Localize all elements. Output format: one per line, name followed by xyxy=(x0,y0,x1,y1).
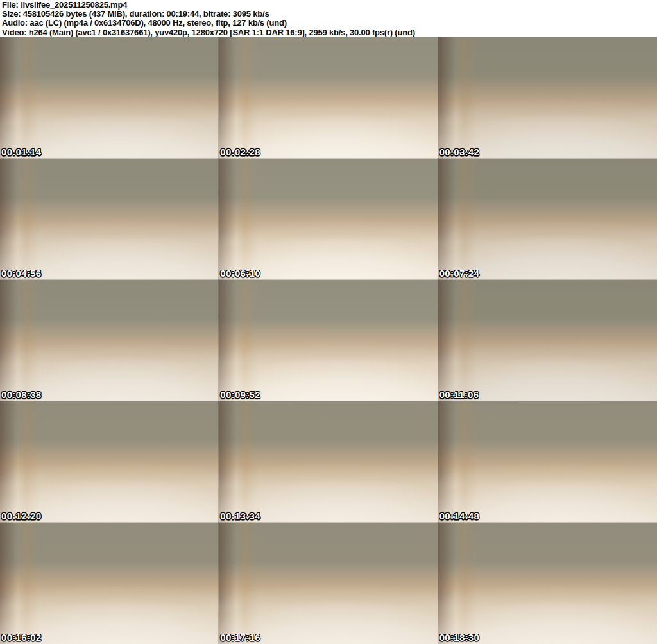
video-frame-placeholder xyxy=(219,523,438,644)
timestamp-overlay: 00:14:48 xyxy=(439,510,479,521)
timestamp-overlay: 00:08:38 xyxy=(1,389,41,400)
video-frame-placeholder xyxy=(0,37,219,159)
video-frame-placeholder xyxy=(0,401,219,523)
video-frame-placeholder xyxy=(219,280,438,401)
timestamp-overlay: 00:07:24 xyxy=(439,268,479,279)
media-info-header: File: livslifee_202511250825.mp4 Size: 4… xyxy=(0,0,657,37)
thumbnail-grid: 00:01:14 00:02:28 00:03:42 00:04:56 00:0… xyxy=(0,37,657,644)
video-frame-placeholder xyxy=(219,401,438,523)
video-thumbnail: 00:03:42 xyxy=(438,37,657,159)
video-frame-placeholder xyxy=(438,401,657,523)
video-frame-placeholder xyxy=(438,280,657,401)
timestamp-overlay: 00:16:02 xyxy=(1,632,41,643)
video-info-line: Video: h264 (Main) (avc1 / 0x31637661), … xyxy=(2,28,657,37)
video-thumbnail: 00:02:28 xyxy=(219,37,438,159)
video-thumbnail: 00:07:24 xyxy=(438,159,657,280)
video-thumbnail: 00:16:02 xyxy=(0,523,219,644)
timestamp-overlay: 00:13:34 xyxy=(220,510,260,521)
timestamp-overlay: 00:09:52 xyxy=(220,389,260,400)
timestamp-overlay: 00:12:20 xyxy=(1,510,41,521)
video-thumbnail: 00:08:38 xyxy=(0,280,219,401)
video-thumbnail: 00:06:10 xyxy=(219,159,438,280)
video-thumbnail: 00:11:06 xyxy=(438,280,657,401)
video-thumbnail: 00:17:16 xyxy=(219,523,438,644)
timestamp-overlay: 00:17:16 xyxy=(220,632,260,643)
file-size-line: Size: 458105426 bytes (437 MiB), duratio… xyxy=(2,10,657,19)
timestamp-overlay: 00:02:28 xyxy=(220,146,260,157)
video-thumbnail: 00:01:14 xyxy=(0,37,219,159)
timestamp-overlay: 00:06:10 xyxy=(220,268,260,279)
file-name-line: File: livslifee_202511250825.mp4 xyxy=(2,1,657,10)
video-thumbnail: 00:13:34 xyxy=(219,401,438,523)
video-thumbnail: 00:09:52 xyxy=(219,280,438,401)
video-thumbnail: 00:04:56 xyxy=(0,159,219,280)
timestamp-overlay: 00:18:30 xyxy=(439,632,479,643)
video-frame-placeholder xyxy=(219,159,438,280)
video-frame-placeholder xyxy=(219,37,438,159)
video-thumbnail: 00:18:30 xyxy=(438,523,657,644)
timestamp-overlay: 00:01:14 xyxy=(1,146,41,157)
video-frame-placeholder xyxy=(438,159,657,280)
video-frame-placeholder xyxy=(438,37,657,159)
audio-info-line: Audio: aac (LC) (mp4a / 0x6134706D), 480… xyxy=(2,19,657,28)
video-thumbnail: 00:12:20 xyxy=(0,401,219,523)
timestamp-overlay: 00:11:06 xyxy=(439,389,479,400)
video-frame-placeholder xyxy=(0,523,219,644)
video-frame-placeholder xyxy=(0,159,219,280)
timestamp-overlay: 00:03:42 xyxy=(439,146,479,157)
video-frame-placeholder xyxy=(438,523,657,644)
video-frame-placeholder xyxy=(0,280,219,401)
video-thumbnail: 00:14:48 xyxy=(438,401,657,523)
video-contact-sheet: File: livslifee_202511250825.mp4 Size: 4… xyxy=(0,0,657,644)
timestamp-overlay: 00:04:56 xyxy=(1,268,41,279)
